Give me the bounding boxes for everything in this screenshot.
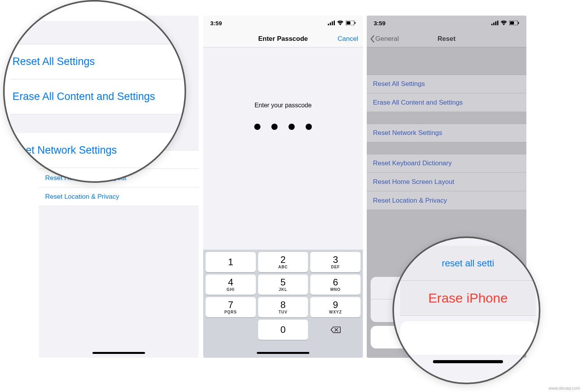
nav-title: Reset — [438, 35, 456, 43]
screenshot-2-enter-passcode: 3:59 Enter Passcode Cancel Enter your pa… — [203, 16, 363, 358]
status-icons — [328, 21, 356, 25]
nav-bar: General Reset — [367, 30, 526, 47]
passcode-prompt: Enter your passcode — [203, 102, 363, 109]
key-number: 4 — [228, 278, 233, 287]
svg-rect-1 — [330, 23, 331, 25]
svg-rect-9 — [495, 21, 496, 25]
svg-rect-6 — [355, 22, 355, 24]
mag-sheet-erase-iphone[interactable]: Erase iPhone — [400, 281, 536, 316]
keypad-key-0[interactable]: 0 — [258, 320, 308, 340]
key-number: 7 — [228, 300, 233, 310]
keypad-key-2[interactable]: 2ABC — [258, 252, 308, 272]
svg-rect-2 — [332, 21, 333, 25]
passcode-dot — [254, 124, 260, 130]
svg-rect-18 — [159, 6, 169, 12]
svg-rect-5 — [347, 21, 350, 24]
cellular-icon — [328, 21, 335, 25]
svg-rect-13 — [518, 22, 519, 24]
passcode-area: Enter your passcode — [203, 47, 363, 130]
svg-rect-17 — [144, 6, 146, 12]
wifi-icon — [501, 21, 507, 25]
key-letters: GHI — [227, 287, 235, 292]
cellular-icon — [137, 6, 146, 12]
mag-row-erase-all[interactable]: Erase All Content and Settings — [10, 79, 181, 114]
keypad-key-1[interactable]: 1 — [206, 252, 256, 272]
key-letters: PQRS — [224, 310, 237, 314]
battery-icon — [346, 21, 356, 25]
backspace-icon — [331, 326, 341, 334]
back-button[interactable]: General — [370, 35, 399, 43]
home-indicator[interactable] — [93, 352, 145, 354]
svg-rect-20 — [170, 8, 171, 10]
keypad-key-5[interactable]: 5JKL — [258, 275, 308, 295]
mag-sheet-cancel[interactable] — [400, 321, 536, 355]
keypad-key-4[interactable]: 4GHI — [206, 275, 256, 295]
passcode-dot — [306, 124, 312, 130]
row-label: Reset Home Screen Layout — [373, 178, 454, 186]
row-reset-all-settings[interactable]: Reset All Settings — [367, 75, 526, 93]
svg-rect-16 — [142, 7, 143, 12]
battery-icon — [509, 21, 519, 25]
sheet-label: reset all setti — [442, 258, 494, 269]
svg-rect-15 — [139, 9, 141, 12]
magnifier-1: Reset All Settings Erase All Content and… — [3, 0, 186, 183]
key-number: 3 — [333, 255, 338, 264]
key-number: 6 — [333, 278, 338, 287]
row-erase-all[interactable]: Erase All Content and Settings — [367, 93, 526, 112]
status-icons-magnified — [137, 6, 171, 12]
passcode-dot — [271, 124, 278, 130]
status-time: 3:59 — [374, 20, 385, 26]
svg-rect-12 — [510, 21, 514, 24]
svg-rect-7 — [491, 24, 493, 25]
wifi-icon — [337, 21, 343, 25]
row-label: Reset All Settings — [12, 56, 95, 68]
keypad-delete[interactable] — [310, 320, 361, 340]
row-label: et Network Settings — [26, 144, 117, 156]
key-number: 9 — [333, 300, 338, 310]
keypad-key-7[interactable]: 7PQRS — [206, 297, 256, 317]
row-label: Erase All Content and Settings — [373, 99, 463, 107]
back-label: General — [375, 35, 399, 43]
chevron-left-icon — [370, 35, 375, 43]
passcode-dots — [203, 124, 363, 130]
row-reset-location[interactable]: Reset Location & Privacy — [367, 191, 526, 210]
row-label: Reset All Settings — [373, 80, 425, 88]
row-reset-keyboard[interactable]: Reset Keyboard Dictionary — [367, 154, 526, 173]
mag-row-reset-all[interactable]: Reset All Settings — [10, 44, 181, 79]
keypad-key-3[interactable]: 3DEF — [310, 252, 361, 272]
row-label: Reset Location & Privacy — [373, 197, 447, 205]
svg-rect-0 — [328, 24, 329, 25]
key-number: 8 — [280, 300, 285, 310]
sheet-label: Erase iPhone — [428, 290, 508, 306]
keypad-key-8[interactable]: 8TUV — [258, 297, 308, 317]
nav-title: Enter Passcode — [258, 35, 308, 43]
spacer — [400, 316, 536, 321]
row-label: Reset Keyboard Dictionary — [373, 159, 452, 167]
row-reset-location[interactable]: Reset Location & Privacy — [39, 187, 199, 206]
key-letters: TUV — [279, 310, 288, 314]
status-bar: 3:59 — [367, 16, 526, 30]
row-label: Reset Location & Privacy — [45, 193, 119, 201]
home-indicator[interactable] — [257, 352, 310, 354]
row-label: Reset Network Settings — [373, 129, 442, 137]
status-icons — [491, 21, 519, 25]
key-number: 2 — [280, 255, 285, 264]
numeric-keypad: 12ABC3DEF4GHI5JKL6MNO7PQRS8TUV9WXYZ0 — [203, 250, 363, 358]
key-number: 5 — [280, 278, 285, 287]
keypad-key-6[interactable]: 6MNO — [310, 275, 361, 295]
row-reset-network[interactable]: Reset Network Settings — [367, 124, 526, 142]
cellular-icon — [491, 21, 498, 25]
svg-rect-3 — [334, 21, 335, 25]
status-bar: 3:59 — [203, 16, 363, 30]
svg-rect-19 — [160, 7, 165, 10]
status-time: 3:59 — [210, 20, 222, 26]
row-reset-home[interactable]: Reset Home Screen Layout — [367, 173, 526, 191]
battery-icon — [159, 6, 171, 12]
keypad-key-9[interactable]: 9WXYZ — [310, 297, 361, 317]
svg-rect-10 — [497, 21, 498, 25]
home-indicator-magnified — [433, 360, 503, 363]
nav-bar: Enter Passcode Cancel — [203, 30, 363, 47]
key-letters: WXYZ — [329, 310, 342, 314]
cancel-button[interactable]: Cancel — [338, 35, 358, 43]
svg-rect-8 — [493, 23, 494, 25]
